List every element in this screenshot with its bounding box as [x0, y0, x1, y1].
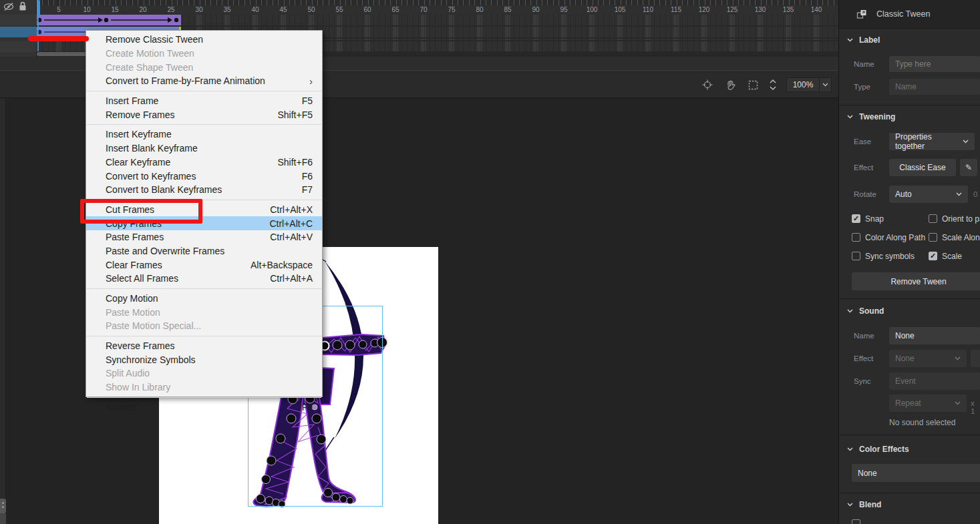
chevron-down-icon[interactable]: [847, 38, 853, 42]
menu-shortcut: Shift+F5: [277, 109, 313, 120]
menu-item-copy-motion[interactable]: Copy Motion: [86, 292, 322, 306]
menu-separator: [86, 286, 322, 292]
classic-tween-span-layer1[interactable]: [36, 15, 181, 25]
remove-tween-button[interactable]: Remove Tween: [852, 272, 980, 290]
zoom-dropdown-chevron-icon[interactable]: [820, 77, 832, 92]
ruler-frame-number: 50: [303, 6, 320, 13]
ruler-frame-number: 70: [415, 6, 432, 13]
section-blend[interactable]: Blend: [839, 499, 980, 510]
ruler-frame-number: 15: [106, 6, 124, 13]
menu-item-paste-frames[interactable]: Paste FramesCtrl+Alt+V: [86, 230, 322, 244]
ease-dropdown[interactable]: Properties together: [889, 133, 975, 150]
ruler-frame-number: 40: [247, 6, 264, 13]
blend-checkbox-partial[interactable]: [852, 519, 860, 524]
red-highlight-rectangle-annotation: [80, 199, 202, 224]
properties-panel: Classic Tween Label Name Type Name Tween…: [838, 0, 980, 524]
ease-label: Ease: [854, 138, 871, 146]
ease-effect-button[interactable]: Classic Ease: [889, 159, 956, 176]
sound-name-dropdown[interactable]: None: [889, 327, 980, 344]
section-label[interactable]: Label: [839, 35, 980, 45]
menu-item-paste-and-overwrite-frames[interactable]: Paste and Overwrite Frames: [86, 244, 322, 258]
lock-icon[interactable]: [19, 1, 27, 11]
menu-item-convert-to-blank-keyframes[interactable]: Convert to Blank KeyframesF7: [86, 183, 322, 197]
left-edge-strip: [0, 98, 6, 524]
ruler-frame-number: 115: [667, 6, 685, 13]
ruler-frame-number: 65: [387, 6, 404, 13]
rotate-dropdown[interactable]: Auto: [889, 186, 968, 203]
menu-shortcut: F6: [302, 171, 313, 182]
menu-item-insert-frame[interactable]: Insert FrameF5: [86, 94, 322, 108]
red-underline-annotation: [28, 36, 89, 41]
center-stage-icon[interactable]: [701, 78, 714, 91]
menu-item-paste-motion-special: Paste Motion Special...: [86, 319, 322, 333]
ruler-frame-number: 130: [752, 6, 769, 13]
menu-item-remove-classic-tween[interactable]: Remove Classic Tween: [86, 33, 322, 47]
checkbox-sync-symbols[interactable]: [852, 252, 860, 260]
label-name-input[interactable]: [889, 56, 980, 72]
frame-ruler[interactable]: 5101520253035404550556065707580859095100…: [0, 5, 838, 15]
menu-shortcut: Ctrl+Alt+C: [269, 218, 313, 229]
checkbox-scale[interactable]: ✓: [929, 252, 937, 260]
chevron-down-icon[interactable]: [847, 115, 853, 119]
chevron-down-icon: [955, 401, 961, 405]
checkbox-label: Scale Along Path: [942, 233, 980, 242]
zoom-level-value[interactable]: 100%: [786, 77, 820, 92]
ruler-frame-number: 30: [190, 6, 208, 13]
ruler-frame-number: 25: [162, 6, 180, 13]
checkbox-snap[interactable]: ✓: [852, 214, 860, 223]
checkbox-label: Sync symbols: [865, 252, 915, 261]
rotate-count-value: 0: [973, 190, 977, 198]
sound-effect-dropdown[interactable]: None: [889, 350, 967, 367]
checkbox-label: Snap: [865, 214, 884, 224]
ruler-frame-number: 135: [780, 6, 797, 13]
menu-item-actions[interactable]: ActionsF9: [86, 401, 322, 415]
ruler-frame-number: 140: [808, 6, 825, 13]
edit-ease-pencil-icon[interactable]: ✎: [960, 159, 977, 176]
menu-item-convert-to-keyframes[interactable]: Convert to KeyframesF6: [86, 169, 322, 183]
ruler-frame-number: 35: [218, 6, 236, 13]
menu-item-remove-frames[interactable]: Remove FramesShift+F5: [86, 107, 322, 121]
ruler-frame-number: 100: [583, 6, 601, 13]
section-color-effects[interactable]: Color Effects: [839, 444, 980, 455]
chevron-down-icon[interactable]: [847, 503, 853, 507]
label-type-dropdown[interactable]: Name: [889, 79, 980, 95]
hand-tool-icon[interactable]: [723, 78, 737, 91]
panel-grip-handle[interactable]: [0, 499, 6, 513]
menu-item-select-all-frames[interactable]: Select All FramesCtrl+Alt+A: [86, 272, 322, 286]
menu-item-insert-keyframe[interactable]: Insert Keyframe: [86, 127, 322, 142]
menu-shortcut: Shift+F6: [277, 157, 313, 168]
color-effect-dropdown[interactable]: None: [852, 464, 980, 482]
chevron-down-icon[interactable]: [847, 447, 853, 451]
layer-row-1[interactable]: [0, 15, 37, 25]
sound-effect-edit-button[interactable]: [971, 350, 980, 367]
ruler-frame-number: 20: [134, 6, 152, 13]
panel-title: Classic Tween: [876, 9, 930, 19]
sound-sync-dropdown[interactable]: Event: [889, 372, 980, 390]
menu-shortcut: F7: [302, 184, 313, 195]
ruler-frame-number: 80: [471, 6, 488, 13]
ruler-frame-number: 75: [443, 6, 460, 13]
menu-item-clear-keyframe[interactable]: Clear KeyframeShift+F6: [86, 156, 322, 170]
section-tweening[interactable]: Tweening: [839, 111, 980, 122]
menu-item-convert-to-frame-by-frame-animation[interactable]: Convert to Frame-by-Frame Animation›: [86, 74, 322, 88]
name-label: Name: [854, 60, 874, 68]
ruler-frame-number: 60: [359, 6, 376, 13]
zoom-stepper-icon[interactable]: [769, 78, 777, 91]
checkbox-color-along-path[interactable]: [852, 233, 860, 242]
menu-item-paste-motion: Paste Motion: [86, 305, 322, 319]
menu-item-insert-blank-keyframe[interactable]: Insert Blank Keyframe: [86, 142, 322, 156]
menu-shortcut: F5: [302, 95, 313, 106]
section-sound[interactable]: Sound: [839, 306, 980, 316]
menu-item-clear-frames[interactable]: Clear FramesAlt+Backspace: [86, 258, 322, 272]
checkbox-orient-to-path[interactable]: [929, 214, 937, 223]
properties-header: Classic Tween: [839, 0, 980, 29]
sound-repeat-dropdown[interactable]: Repeat: [889, 395, 967, 412]
chevron-down-icon[interactable]: [847, 309, 853, 313]
menu-item-reverse-frames[interactable]: Reverse Frames: [86, 339, 322, 353]
eye-hidden-icon[interactable]: [3, 2, 14, 11]
menu-item-synchronize-symbols[interactable]: Synchronize Symbols: [86, 352, 322, 366]
clip-content-icon[interactable]: [746, 78, 760, 91]
layer-row-3[interactable]: [0, 41, 37, 52]
menu-separator: [86, 88, 322, 94]
checkbox-scale-along-path[interactable]: [929, 233, 937, 242]
